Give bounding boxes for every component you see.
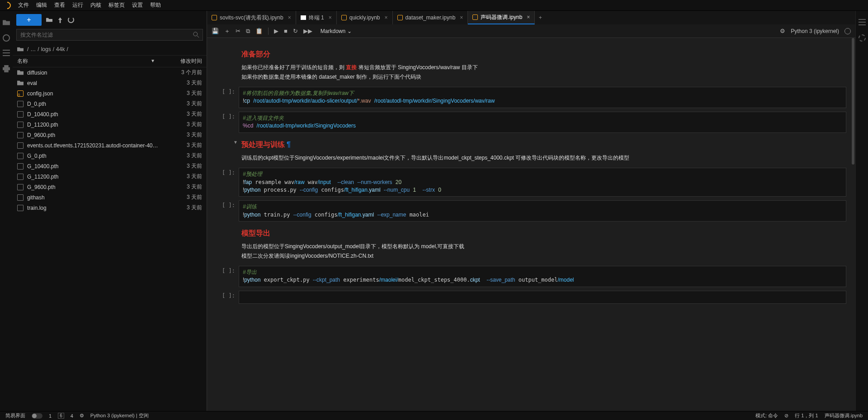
- menu-kernel[interactable]: 内核: [90, 1, 101, 9]
- restart-icon[interactable]: ↻: [293, 28, 298, 34]
- file-mod: 3 天前: [159, 193, 202, 201]
- running-icon[interactable]: [3, 34, 10, 42]
- menu-view[interactable]: 查看: [54, 1, 65, 9]
- notification-icon[interactable]: ⊘: [784, 413, 788, 419]
- paste-icon[interactable]: 📋: [255, 28, 263, 34]
- menu-help[interactable]: 帮助: [150, 1, 161, 9]
- file-row[interactable]: githash3 天前: [13, 192, 207, 203]
- tab[interactable]: sovits-svc(请先看我).ipynb×: [207, 11, 296, 24]
- menu-run[interactable]: 运行: [72, 1, 83, 9]
- code-cell[interactable]: [ ]: #导出 !python export_ckpt.py --ckpt_p…: [212, 266, 846, 287]
- close-icon[interactable]: ×: [288, 14, 291, 21]
- search-icon: [193, 32, 199, 38]
- new-launcher-button[interactable]: +: [16, 14, 42, 26]
- file-row[interactable]: G_10400.pth3 天前: [13, 161, 207, 171]
- file-mod: 3 天前: [159, 162, 202, 170]
- status-cursor: 行 1，列 1: [795, 412, 818, 419]
- tab[interactable]: 声码器微调.ipynb×: [468, 11, 535, 24]
- cell-prompt: [ ]:: [212, 168, 239, 197]
- code-editor[interactable]: #进入项目文件夹 %cd /root/autodl-tmp/workdir/Si…: [239, 112, 846, 133]
- code-cell[interactable]: [ ]: #预处理 !fap resample wav/raw wav/inpu…: [212, 168, 846, 197]
- file-row[interactable]: G_0.pth3 天前: [13, 151, 207, 161]
- code-cell[interactable]: [ ]: #将切割后的音频作为数据集,复制到wav/raw下 !cp /root…: [212, 87, 846, 108]
- close-icon[interactable]: ×: [329, 14, 332, 21]
- crumb-3[interactable]: 44k: [56, 46, 65, 52]
- insert-cell-icon[interactable]: ＋: [224, 27, 230, 35]
- status-kernel[interactable]: Python 3 (ipykernel) | 空闲: [90, 412, 149, 419]
- notebook-icon: [397, 15, 403, 20]
- main-area: sovits-svc(请先看我).ipynb×终端 1×quickly.ipyn…: [207, 11, 855, 411]
- file-row[interactable]: diffusion3 个月前: [13, 67, 207, 78]
- crumb-1[interactable]: …: [30, 46, 36, 52]
- file-row[interactable]: events.out.tfevents.1721520231.autodl-co…: [13, 140, 207, 151]
- code-editor[interactable]: #将切割后的音频作为数据集,复制到wav/raw下 !cp /root/auto…: [239, 87, 846, 108]
- run-icon[interactable]: ▶: [274, 28, 278, 34]
- bug-icon[interactable]: ⚙: [780, 28, 785, 34]
- new-folder-icon[interactable]: [46, 17, 52, 23]
- cell-type-select[interactable]: Markdown ⌄: [318, 27, 354, 35]
- status-simple[interactable]: 简易界面: [5, 412, 25, 419]
- col-name[interactable]: 名称: [17, 57, 151, 65]
- cut-icon[interactable]: ✂: [236, 28, 241, 34]
- filter-input[interactable]: [16, 29, 203, 41]
- menu-file[interactable]: 文件: [18, 1, 29, 9]
- file-icon: [17, 184, 24, 190]
- stop-icon[interactable]: ■: [284, 28, 288, 34]
- tab[interactable]: quickly.ipynb×: [337, 11, 393, 24]
- code-editor[interactable]: #预处理 !fap resample wav/raw wav/input --c…: [239, 168, 846, 197]
- md-text: 导出后的模型位于SingingVocoders/output_model目录下，…: [241, 242, 846, 251]
- file-row[interactable]: {}config.json3 天前: [13, 88, 207, 99]
- copy-icon[interactable]: ⧉: [246, 28, 250, 35]
- file-name: train.log: [27, 205, 159, 211]
- status-box: 6: [58, 413, 64, 419]
- save-icon[interactable]: 💾: [212, 28, 219, 34]
- code-cell[interactable]: [ ]: #训练 !python train.py --config confi…: [212, 200, 846, 222]
- file-mod: 3 天前: [159, 183, 202, 191]
- menu-edit[interactable]: 编辑: [36, 1, 47, 9]
- file-row[interactable]: D_0.pth3 天前: [13, 99, 207, 109]
- crumb-2[interactable]: logs: [41, 46, 51, 52]
- menu-tabs[interactable]: 标签页: [108, 1, 125, 9]
- code-cell[interactable]: [ ]:: [212, 291, 846, 304]
- refresh-icon[interactable]: [68, 17, 74, 23]
- col-modified[interactable]: 修改时间: [159, 57, 202, 65]
- code-editor[interactable]: #训练 !python train.py --config configs/ft…: [239, 200, 846, 222]
- toc-icon[interactable]: [3, 50, 10, 57]
- inspector-icon[interactable]: [859, 19, 866, 26]
- file-row[interactable]: D_9600.pth3 天前: [13, 130, 207, 140]
- status-gear-icon[interactable]: ⚙: [80, 413, 84, 419]
- file-name: diffusion: [27, 70, 159, 76]
- files-icon[interactable]: [3, 19, 10, 26]
- code-cell[interactable]: [ ]: #进入项目文件夹 %cd /root/autodl-tmp/workd…: [212, 112, 846, 133]
- md-text: 如果你已经准备好了用于训练的短音频，则 直接 将短音频放置于 SingingVo…: [241, 63, 846, 72]
- notebook[interactable]: 准备部分 如果你已经准备好了用于训练的短音频，则 直接 将短音频放置于 Sing…: [207, 38, 855, 411]
- close-icon[interactable]: ×: [385, 14, 388, 21]
- tab[interactable]: 终端 1×: [296, 11, 337, 24]
- breadcrumb[interactable]: / …/ logs/ 44k/: [13, 43, 207, 55]
- file-mod: 3 天前: [159, 142, 202, 149]
- close-icon[interactable]: ×: [460, 14, 463, 21]
- simple-toggle[interactable]: [32, 413, 42, 419]
- file-row[interactable]: G_9600.pth3 天前: [13, 182, 207, 192]
- chevron-down-icon: ⌄: [347, 28, 352, 34]
- collapse-icon[interactable]: ▼: [233, 138, 238, 146]
- menu-settings[interactable]: 设置: [132, 1, 143, 9]
- file-row[interactable]: eval3 天前: [13, 78, 207, 88]
- file-mod: 3 天前: [159, 79, 202, 87]
- file-row[interactable]: D_10400.pth3 天前: [13, 109, 207, 119]
- scrollbar-thumb[interactable]: [852, 38, 854, 165]
- code-editor[interactable]: [239, 291, 846, 304]
- tab-add[interactable]: +: [535, 11, 546, 24]
- upload-icon[interactable]: [57, 17, 63, 23]
- settings-icon[interactable]: [859, 34, 866, 42]
- file-row[interactable]: train.log3 天前: [13, 203, 207, 213]
- file-row[interactable]: G_11200.pth3 天前: [13, 171, 207, 182]
- close-icon[interactable]: ×: [527, 14, 530, 20]
- code-editor[interactable]: #导出 !python export_ckpt.py --ckpt_path e…: [239, 266, 846, 287]
- extensions-icon[interactable]: [3, 65, 10, 72]
- file-row[interactable]: D_11200.pth3 天前: [13, 119, 207, 130]
- tab[interactable]: dataset_maker.ipynb×: [393, 11, 468, 24]
- fast-forward-icon[interactable]: ▶▶: [303, 28, 312, 34]
- tab-label: quickly.ipynb: [349, 14, 380, 21]
- kernel-name[interactable]: Python 3 (ipykernel): [791, 28, 839, 34]
